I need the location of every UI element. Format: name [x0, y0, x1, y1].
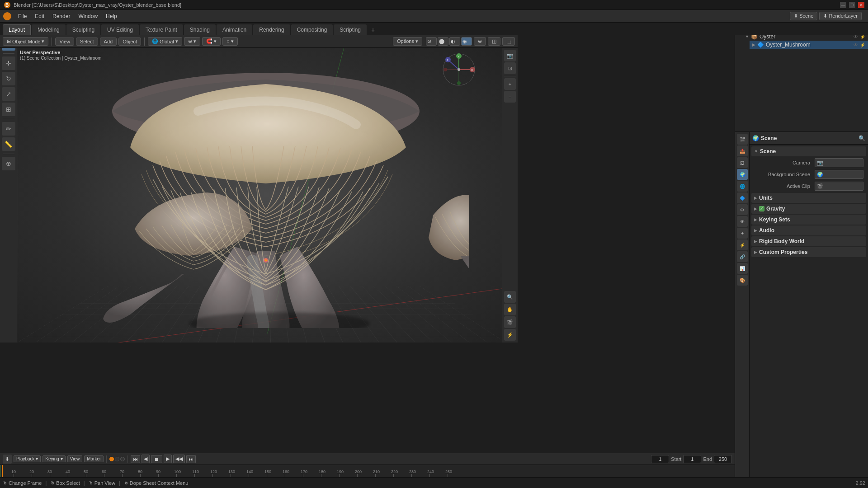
snap-btn[interactable]: 🧲 ▾: [202, 37, 221, 46]
section-rigid-body-header[interactable]: ▶ Rigid Body World: [751, 236, 866, 246]
gravity-checkbox[interactable]: ✓: [759, 206, 764, 211]
section-units-header[interactable]: ▶ Units: [751, 193, 866, 203]
prop-tab-data[interactable]: 📊: [737, 263, 748, 274]
transform-dropdown[interactable]: 🌐 Global ▾: [148, 37, 182, 46]
menu-render[interactable]: Render: [49, 12, 74, 20]
outliner-item-oyster-mushroom[interactable]: ▶ 🔷 Oyster_Mushroom 👁 ⚡: [750, 41, 868, 49]
renderlayer-dropdown[interactable]: ⬇ RenderLayer: [819, 12, 862, 20]
prop-tab-constraints[interactable]: 🔗: [737, 251, 748, 262]
tool-rotate[interactable]: ↻: [2, 72, 15, 85]
navigation-gizmo[interactable]: Y X Z: [441, 52, 477, 88]
minimize-btn[interactable]: —: [840, 2, 846, 8]
render-region-btn[interactable]: ⚡: [504, 329, 516, 341]
tool-annotate[interactable]: ✏: [2, 122, 15, 136]
camera-value[interactable]: 📷: [815, 158, 863, 167]
zoom-in-btn[interactable]: +: [504, 78, 516, 90]
prop-tab-physics[interactable]: ⚡: [737, 239, 748, 250]
pan-btn[interactable]: ✋: [504, 304, 516, 315]
keyframe-dot[interactable]: [109, 457, 114, 461]
view-all-btn[interactable]: ⊡: [504, 62, 516, 74]
tab-compositing[interactable]: Compositing: [291, 24, 333, 35]
menu-window[interactable]: Window: [75, 12, 101, 20]
play-btn[interactable]: ▶: [164, 455, 172, 463]
jump-start-btn[interactable]: ⏮: [131, 455, 140, 463]
keyframe-dot2[interactable]: [115, 457, 119, 461]
timeline-type-btn[interactable]: ⬇: [3, 455, 12, 464]
maximize-btn[interactable]: □: [849, 2, 855, 8]
active-clip-value[interactable]: 🎬: [815, 182, 863, 191]
menu-help[interactable]: Help: [102, 12, 121, 20]
section-audio-header[interactable]: ▶ Audio: [751, 225, 866, 235]
zoom-out-btn[interactable]: −: [504, 91, 516, 103]
keying-menu[interactable]: Keying ▾: [42, 455, 65, 462]
camera-view-btn[interactable]: 📷: [504, 50, 516, 61]
tab-shading[interactable]: Shading: [184, 24, 216, 35]
menu-file[interactable]: File: [14, 12, 30, 20]
section-scene-header[interactable]: ▼ Scene: [751, 146, 866, 156]
tab-scripting[interactable]: Scripting: [334, 24, 367, 35]
props-search-btn[interactable]: 🔍: [859, 135, 865, 141]
tab-sculpting[interactable]: Sculpting: [66, 24, 100, 35]
prop-tab-material[interactable]: 🎨: [737, 275, 748, 286]
prop-tab-object[interactable]: 🔷: [737, 192, 748, 203]
end-frame-input[interactable]: [714, 455, 732, 463]
start-frame-input[interactable]: [683, 455, 701, 463]
mushroom-visibility[interactable]: 👁: [854, 42, 858, 47]
stop-btn[interactable]: ⏹: [151, 455, 162, 463]
current-frame-input[interactable]: [651, 455, 669, 463]
3d-viewport[interactable]: User Perspective (1) Scene Collection | …: [17, 48, 518, 343]
prop-tab-viewlayer[interactable]: 🖼: [737, 157, 748, 168]
mode-selector[interactable]: ⊞ Object Mode ▾: [3, 37, 48, 46]
tool-measure[interactable]: 📏: [2, 137, 15, 151]
transform-pivot[interactable]: ⊕ ▾: [184, 37, 200, 46]
object-menu[interactable]: Object: [118, 38, 141, 46]
keyframe-dot3[interactable]: [120, 457, 125, 461]
prop-tab-particles[interactable]: ✦: [737, 228, 748, 239]
playback-menu[interactable]: Playback ▾: [14, 455, 41, 462]
proportional-btn[interactable]: ○ ▾: [222, 37, 238, 46]
jump-end-btn[interactable]: ⏭: [186, 455, 196, 463]
material-btn[interactable]: ◐: [449, 37, 460, 46]
tab-layout[interactable]: Layout: [3, 24, 31, 35]
gizmo-toggle[interactable]: ⊕: [474, 37, 486, 46]
menu-edit[interactable]: Edit: [31, 12, 48, 20]
timeline-ruler[interactable]: 10 20 30 40 50 60: [0, 465, 735, 478]
wireframe-btn[interactable]: ⊘: [426, 37, 437, 46]
section-custom-props-header[interactable]: ▶ Custom Properties: [751, 247, 866, 257]
options-btn[interactable]: Options ▾: [393, 37, 422, 46]
rendered-btn[interactable]: ◉: [461, 37, 472, 46]
tab-rendering[interactable]: Rendering: [253, 24, 290, 35]
select-menu[interactable]: Select: [76, 38, 98, 46]
section-gravity-header[interactable]: ▶ ✓ Gravity: [751, 204, 866, 214]
section-keying-sets-header[interactable]: ▶ Keying Sets: [751, 215, 866, 225]
tool-scale[interactable]: ⤢: [2, 87, 15, 101]
camera-icon-btn[interactable]: 🎬: [504, 316, 516, 328]
prop-tab-output[interactable]: 📤: [737, 145, 748, 156]
marker-menu[interactable]: Marker: [84, 455, 104, 462]
play-reverse-btn[interactable]: ◀◀: [173, 455, 185, 463]
add-workspace-btn[interactable]: +: [368, 24, 378, 35]
tab-uv-editing[interactable]: UV Editing: [101, 24, 139, 35]
xray-toggle[interactable]: ⬚: [502, 37, 515, 46]
scene-dropdown[interactable]: ⬇ Scene: [790, 12, 817, 20]
bg-scene-value[interactable]: 🌍: [815, 170, 863, 179]
prev-frame-btn[interactable]: ◀: [142, 455, 150, 463]
tab-modeling[interactable]: Modeling: [32, 24, 66, 35]
add-menu[interactable]: Add: [100, 38, 117, 46]
prop-tab-visibility[interactable]: 👁: [737, 216, 748, 227]
view-menu-tl[interactable]: View: [67, 455, 83, 462]
close-btn[interactable]: ✕: [858, 2, 864, 8]
tool-cursor[interactable]: ⊕: [2, 157, 15, 170]
view-menu[interactable]: View: [55, 38, 74, 46]
prop-tab-modifier[interactable]: ⚙: [737, 204, 748, 215]
prop-tab-scene[interactable]: 🌍: [737, 169, 748, 180]
magnify-btn[interactable]: 🔍: [504, 291, 516, 303]
tab-animation[interactable]: Animation: [217, 24, 252, 35]
mushroom-render-vis[interactable]: ⚡: [860, 42, 865, 47]
tool-move[interactable]: ✛: [2, 56, 15, 70]
solid-btn[interactable]: ⬤: [438, 37, 448, 46]
tool-transform[interactable]: ⊞: [2, 103, 15, 116]
prop-tab-world[interactable]: 🌐: [737, 181, 748, 192]
overlay-toggle[interactable]: ◫: [488, 37, 500, 46]
tab-texture-paint[interactable]: Texture Paint: [140, 24, 183, 35]
